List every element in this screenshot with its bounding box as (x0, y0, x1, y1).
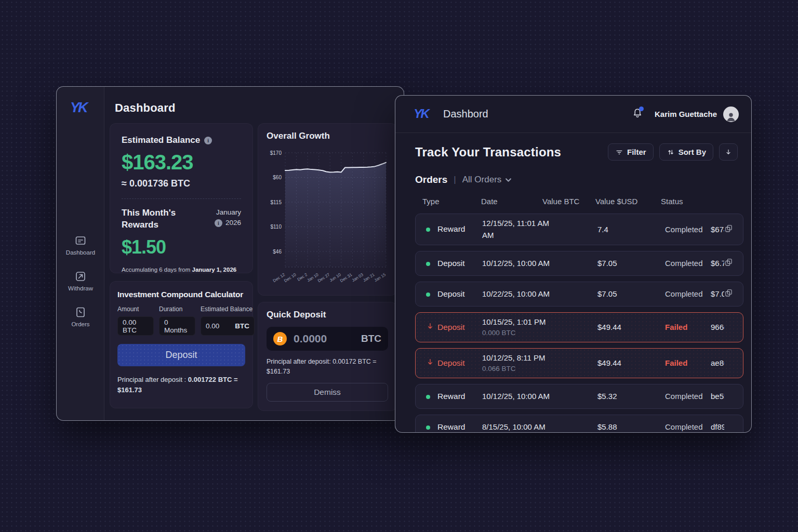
sort-by-button[interactable]: Sort By (659, 143, 713, 161)
tx-type: Reward (437, 392, 482, 401)
table-row[interactable]: Deposit 10/22/25, 10:00 AM $7.05 Complet… (415, 282, 743, 307)
tx-type: Deposit (437, 259, 482, 268)
overall-growth-card: Overall Growth $170$60$115$110$46Dec 12D… (258, 123, 397, 296)
copy-icon[interactable] (724, 288, 733, 297)
dismiss-button[interactable]: Demiss (267, 383, 388, 402)
transactions-heading: Track Your Transactions (415, 145, 602, 159)
col-date: Date (481, 197, 542, 206)
sidebar-item-label: Withdraw (68, 285, 93, 291)
info-icon[interactable] (204, 137, 212, 144)
download-button[interactable] (719, 143, 738, 161)
tx-date: 10/12/25, 8:11 PM (482, 353, 545, 362)
svg-text:$110: $110 (270, 224, 282, 230)
arrow-down-icon (426, 322, 434, 330)
growth-card-title: Overall Growth (267, 131, 388, 141)
calculator-title: Investment Compound Calculator (117, 290, 245, 299)
tx-status: Completed (665, 392, 711, 401)
compound-calculator-card: Investment Compound Calculator Amount 0.… (110, 281, 253, 408)
notifications-button[interactable] (632, 107, 643, 122)
amount-label: Amount (117, 305, 154, 313)
tx-value-usd: $49.44 (597, 323, 665, 331)
tx-value-usd: $5.32 (597, 392, 665, 401)
tx-status: Completed (665, 289, 711, 298)
copy-icon[interactable] (724, 224, 733, 233)
filter-button[interactable]: Filter (608, 143, 654, 161)
svg-text:$170: $170 (270, 150, 282, 156)
tx-date: 10/12/25, 10:00 AM (482, 259, 550, 268)
tx-date: 10/15/25, 1:01 PM (482, 317, 546, 326)
tx-status: Completed (665, 422, 711, 431)
table-row[interactable]: Reward 10/12/25, 10:00 AM $5.32 Complete… (415, 384, 743, 409)
duration-input[interactable]: 0 Months (159, 316, 195, 336)
estimated-balance-input[interactable]: 0.00BTC (201, 316, 255, 336)
estimated-balance-amount: $163.23 (122, 151, 241, 174)
estimated-balance-btc: ≈ 0.001736 BTC (122, 178, 241, 189)
copy-icon[interactable] (724, 258, 733, 267)
quick-deposit-currency: BTC (361, 333, 381, 344)
tx-date-line2: AM (482, 229, 597, 241)
quick-deposit-note: Principal after deposit: 0.00172 BTC = $… (267, 357, 388, 377)
rewards-period-year: 2026 (225, 218, 241, 228)
avatar[interactable] (723, 107, 739, 122)
rewards-period: January 2026 (215, 207, 241, 229)
window-title: Dashbord (443, 108, 632, 120)
person-icon (725, 111, 737, 122)
tx-date-line2: 0.066 BTC (482, 364, 597, 375)
col-status: Status (661, 197, 743, 206)
tx-date: 10/12/25, 10:00 AM (482, 392, 550, 401)
sidebar-item-label: Orders (71, 321, 89, 327)
tx-status: Completed (665, 225, 711, 234)
sidebar-item-dashboard[interactable]: Dashboard (57, 234, 104, 256)
tx-hash: $674 (711, 225, 724, 234)
tx-value-usd: $7.05 (597, 289, 665, 298)
table-row[interactable]: Reward 12/15/25, 11:01 AM AM 7.4 Complet… (415, 214, 743, 245)
app-logo: YK (57, 97, 104, 119)
table-row[interactable]: Deposit 10/12/25, 8:11 PM 0.066 BTC $49.… (415, 348, 743, 378)
overall-growth-chart: $170$60$115$110$46Dec 12Dec 10Dec 2Jan 1… (267, 145, 388, 295)
orders-icon (74, 306, 87, 318)
transactions-window: YK Dashbord Karim Guettache Track Your T… (395, 95, 752, 433)
svg-text:Dec 27: Dec 27 (317, 272, 331, 283)
tx-hash: df899...e268 (711, 422, 724, 431)
table-row[interactable]: Deposit 10/12/25, 10:00 AM $7.05 Complet… (415, 251, 743, 276)
estimated-balance-label: Estimated Balance (201, 305, 255, 313)
tx-value-usd: $49.44 (597, 358, 665, 367)
table-row[interactable]: Deposit 10/15/25, 1:01 PM 0.000 BTC $49.… (415, 312, 743, 342)
col-value-usd: Value $USD (595, 197, 661, 206)
deposit-button[interactable]: Deposit (117, 344, 245, 366)
duration-label: Duration (159, 305, 195, 313)
dashboard-main: Dashboard Estimated Balance $163.23 ≈ 0.… (104, 87, 404, 420)
rewards-period-month: January (215, 207, 241, 218)
withdraw-icon (74, 270, 87, 283)
tx-hash: ae86..8344 (711, 358, 724, 367)
amount-input[interactable]: 0.00 BTC (117, 316, 154, 336)
tx-value-usd: $7.05 (597, 259, 665, 268)
all-orders-dropdown[interactable]: All Orders (462, 175, 512, 185)
divider: | (454, 175, 456, 185)
tx-value-usd: 7.4 (597, 225, 665, 234)
quick-deposit-value: 0.0000 (294, 332, 361, 345)
sidebar-item-label: Dashboard (66, 249, 95, 256)
table-row[interactable]: Reward 8/15/25, 10:00 AM $5.88 Completed… (415, 415, 743, 433)
sort-icon (667, 148, 675, 156)
info-icon[interactable] (215, 219, 222, 227)
tx-status: Completed (665, 259, 711, 268)
transactions-list: Reward 12/15/25, 11:01 AM AM 7.4 Complet… (415, 214, 743, 433)
estimated-balance-card: Estimated Balance $163.23 ≈ 0.001736 BTC… (110, 123, 253, 273)
tx-date: 12/15/25, 11:01 AM (482, 219, 549, 228)
col-value-btc: Value BTC (542, 197, 595, 206)
arrow-down-icon (426, 358, 434, 366)
tx-hash: 966d...56dc (711, 323, 724, 331)
tx-type: Deposit (437, 289, 482, 299)
status-dot-icon (426, 262, 430, 266)
sidebar-item-withdraw[interactable]: Withdraw (57, 270, 104, 291)
filter-icon (615, 148, 623, 156)
logo-mark: YK (70, 100, 89, 115)
svg-text:Dec 31: Dec 31 (339, 272, 353, 283)
quick-deposit-input[interactable]: 0.0000 BTC (267, 327, 388, 351)
transactions-header: YK Dashbord Karim Guettache (395, 96, 751, 133)
tx-type: Reward (437, 224, 482, 234)
sidebar: YK Dashboard Withdraw Orders (57, 87, 104, 420)
table-header: Type Date Value BTC Value $USD Status (415, 197, 743, 206)
sidebar-item-orders[interactable]: Orders (57, 306, 104, 327)
